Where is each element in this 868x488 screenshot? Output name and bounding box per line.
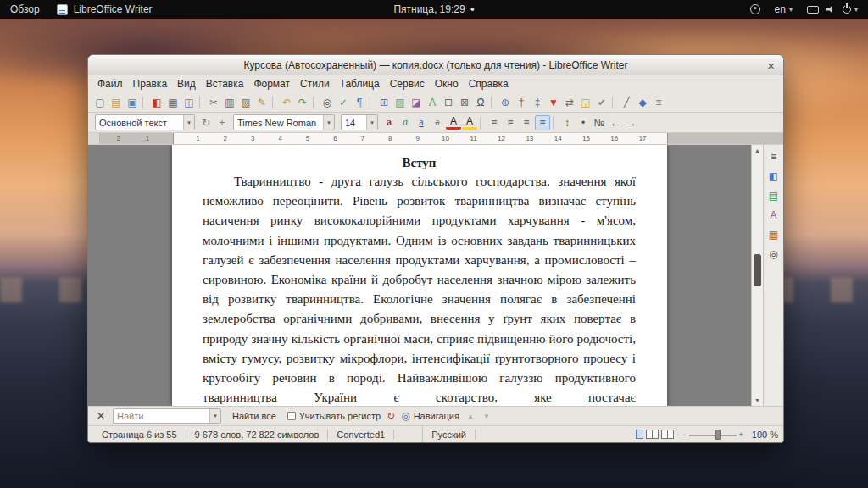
zoom-in-icon[interactable]: + bbox=[739, 430, 743, 439]
navigation-button[interactable]: ◎ Навигация bbox=[401, 410, 459, 422]
print-preview-icon[interactable]: ◫ bbox=[181, 95, 197, 110]
styles-deck-icon[interactable]: A bbox=[766, 208, 782, 223]
bold-icon[interactable]: а bbox=[381, 115, 397, 130]
menu-view[interactable]: Вид bbox=[172, 76, 201, 92]
tab-stop-selector[interactable] bbox=[88, 133, 100, 144]
track-changes-icon[interactable]: ✔ bbox=[594, 95, 609, 110]
new-document-icon[interactable]: ▢ bbox=[92, 95, 108, 110]
find-next-icon[interactable]: ▼ bbox=[481, 413, 492, 420]
align-right-icon[interactable]: ≡ bbox=[519, 115, 534, 130]
paragraph-style-combo[interactable]: Основной текст ▾ bbox=[95, 114, 195, 130]
menu-format[interactable]: Формат bbox=[248, 76, 295, 92]
clock-button[interactable]: Пятница, 19:29 bbox=[392, 0, 476, 19]
system-menu-button[interactable]: ▾ bbox=[805, 0, 860, 19]
spellcheck-icon[interactable]: ✓ bbox=[336, 95, 351, 110]
strikethrough-icon[interactable]: а bbox=[430, 115, 445, 130]
justify-icon[interactable]: ≡ bbox=[535, 115, 550, 130]
scroll-up-icon[interactable]: ▲ bbox=[752, 145, 763, 156]
menu-table[interactable]: Таблица bbox=[335, 76, 385, 92]
close-find-icon[interactable]: ✕ bbox=[95, 410, 107, 422]
cross-reference-icon[interactable]: ⇄ bbox=[562, 95, 577, 110]
insert-comment-icon[interactable]: ◱ bbox=[578, 95, 593, 110]
export-pdf-icon[interactable]: ◧ bbox=[149, 95, 164, 110]
combo-dropdown-icon[interactable]: ▾ bbox=[366, 115, 377, 130]
page-break-icon[interactable]: ⊟ bbox=[441, 95, 456, 110]
find-previous-icon[interactable]: ▲ bbox=[465, 413, 476, 420]
font-name-combo[interactable]: Times New Roman ▾ bbox=[233, 114, 335, 130]
properties-icon[interactable]: ◧ bbox=[766, 169, 782, 184]
insert-image-icon[interactable]: ▨ bbox=[392, 95, 408, 110]
clone-formatting-icon[interactable]: ✎ bbox=[254, 95, 270, 110]
basic-shapes-icon[interactable]: ◆ bbox=[635, 95, 650, 110]
special-character-icon[interactable]: Ω bbox=[473, 95, 488, 110]
window-titlebar[interactable]: Курсова (Автосохраненный) — копия.docx (… bbox=[88, 55, 783, 75]
insert-textbox-icon[interactable]: A bbox=[425, 95, 440, 110]
draw-functions-icon[interactable]: ≡ bbox=[651, 95, 666, 110]
language-status[interactable]: Русский bbox=[423, 430, 476, 440]
zoom-slider[interactable]: − + bbox=[682, 426, 743, 442]
line-spacing-icon[interactable]: ↕ bbox=[559, 115, 575, 130]
italic-icon[interactable]: а bbox=[398, 115, 413, 130]
menu-help[interactable]: Справка bbox=[464, 76, 514, 92]
decrease-indent-icon[interactable]: ← bbox=[608, 115, 623, 130]
vertical-scrollbar[interactable]: ▲ ▼ bbox=[751, 145, 763, 406]
horizontal-ruler[interactable]: 21 1234567891011121314151617 bbox=[88, 133, 783, 145]
sidebar-settings-icon[interactable]: ≡ bbox=[766, 149, 782, 164]
search-combo[interactable]: ▾ bbox=[113, 408, 221, 424]
zoom-out-icon[interactable]: − bbox=[682, 430, 687, 439]
zoom-slider-thumb[interactable] bbox=[715, 430, 721, 440]
insert-line-icon[interactable]: ╱ bbox=[619, 95, 634, 110]
accessibility-menu-button[interactable] bbox=[748, 0, 762, 19]
ruler-page-area[interactable]: 1234567891011121314151617 bbox=[173, 133, 668, 144]
redo-icon[interactable]: ↷ bbox=[295, 95, 310, 110]
combo-dropdown-icon[interactable]: ▾ bbox=[323, 115, 334, 130]
menu-insert[interactable]: Вставка bbox=[201, 76, 249, 92]
save-icon[interactable]: ▣ bbox=[125, 95, 140, 110]
word-count-status[interactable]: 9 678 слов, 72 822 символов bbox=[186, 430, 329, 440]
insert-chart-icon[interactable]: ◪ bbox=[409, 95, 424, 110]
bullet-list-icon[interactable]: • bbox=[576, 115, 591, 130]
single-page-view-icon[interactable] bbox=[636, 430, 643, 439]
insert-mode-status[interactable] bbox=[394, 426, 423, 442]
match-case-checkbox[interactable] bbox=[287, 412, 296, 420]
scroll-down-icon[interactable]: ▼ bbox=[752, 395, 763, 406]
find-and-replace-icon[interactable]: ↻ bbox=[387, 410, 395, 422]
find-all-button[interactable]: Найти все bbox=[227, 410, 281, 422]
copy-icon[interactable]: ▥ bbox=[222, 95, 237, 110]
cut-icon[interactable]: ✂ bbox=[206, 95, 221, 110]
highlight-color-icon[interactable]: A bbox=[462, 116, 477, 130]
menu-file[interactable]: Файл bbox=[92, 76, 128, 92]
document-page[interactable]: Вступ Тваринництво - друга галузь сільсь… bbox=[172, 145, 667, 406]
hyperlink-icon[interactable]: ⊕ bbox=[498, 95, 513, 110]
font-size-combo[interactable]: 14 ▾ bbox=[341, 114, 378, 130]
align-left-icon[interactable]: ≡ bbox=[487, 115, 502, 130]
menu-window[interactable]: Окно bbox=[430, 76, 464, 92]
numbered-list-icon[interactable]: № bbox=[592, 115, 607, 130]
find-replace-icon[interactable]: ◎ bbox=[320, 95, 335, 110]
undo-icon[interactable]: ↶ bbox=[279, 95, 294, 110]
align-center-icon[interactable]: ≡ bbox=[503, 115, 518, 130]
zoom-level[interactable]: 100 % bbox=[750, 430, 778, 440]
open-icon[interactable]: ▤ bbox=[108, 95, 124, 110]
search-input[interactable] bbox=[114, 409, 209, 423]
app-menu-button[interactable]: LibreOffice Writer bbox=[55, 0, 154, 19]
insert-table-icon[interactable]: ⊞ bbox=[376, 95, 392, 110]
new-style-icon[interactable]: + bbox=[214, 115, 230, 130]
bookmark-icon[interactable]: ▼ bbox=[546, 95, 561, 110]
combo-dropdown-icon[interactable]: ▾ bbox=[183, 115, 194, 130]
insert-field-icon[interactable]: ⊠ bbox=[457, 95, 472, 110]
insert-footnote-icon[interactable]: † bbox=[514, 95, 529, 110]
menu-edit[interactable]: Правка bbox=[128, 76, 173, 92]
document-canvas[interactable]: Вступ Тваринництво - друга галузь сільсь… bbox=[88, 145, 751, 406]
insert-endnote-icon[interactable]: ‡ bbox=[530, 95, 545, 110]
underline-icon[interactable]: а bbox=[414, 115, 429, 130]
increase-indent-icon[interactable]: → bbox=[624, 115, 639, 130]
menu-tools[interactable]: Сервис bbox=[385, 76, 430, 92]
activities-button[interactable]: Обзор bbox=[8, 0, 42, 19]
book-view-icon[interactable] bbox=[661, 430, 674, 439]
paste-icon[interactable]: ▧ bbox=[238, 95, 253, 110]
page-deck-icon[interactable]: ▤ bbox=[766, 188, 782, 203]
page-number-status[interactable]: Страница 6 из 55 bbox=[93, 430, 186, 440]
gallery-icon[interactable]: ▦ bbox=[766, 227, 782, 242]
print-icon[interactable]: ▦ bbox=[165, 95, 181, 110]
